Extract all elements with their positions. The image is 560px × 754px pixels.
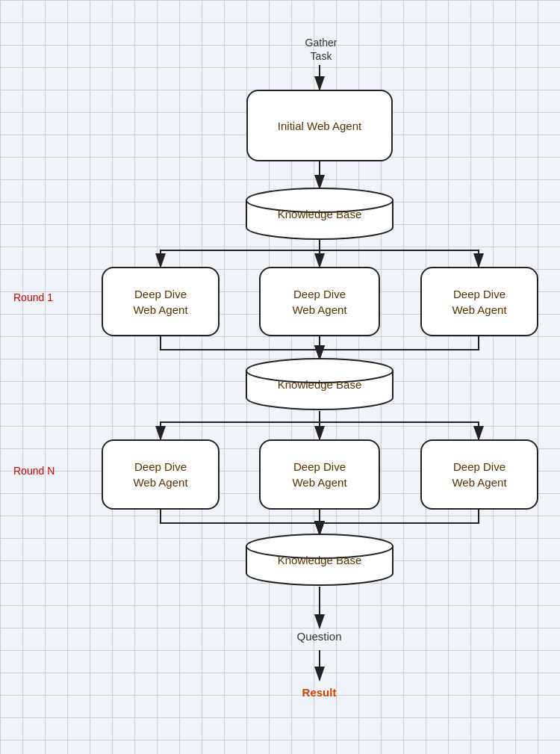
knowledge-base-3-node: Knowledge Base [245, 533, 394, 587]
deep-dive-nc-node: Deep Dive Web Agent [420, 439, 538, 510]
round-1-label: Round 1 [13, 291, 53, 303]
diagram: Gather Task Initial Web Agent Knowledge … [0, 0, 560, 754]
deep-dive-1c-node: Deep Dive Web Agent [420, 267, 538, 336]
knowledge-base-2-node: Knowledge Base [245, 357, 394, 411]
deep-dive-nb-node: Deep Dive Web Agent [259, 439, 380, 510]
deep-dive-1b-node: Deep Dive Web Agent [259, 267, 380, 336]
initial-web-agent-node: Initial Web Agent [246, 90, 393, 161]
result-label: Result [287, 686, 351, 699]
question-label: Question [276, 630, 362, 643]
round-n-label: Round N [13, 465, 55, 477]
gather-task-label: Gather Task [291, 36, 351, 63]
deep-dive-1a-node: Deep Dive Web Agent [102, 267, 220, 336]
knowledge-base-1-node: Knowledge Base [245, 187, 394, 241]
deep-dive-na-node: Deep Dive Web Agent [102, 439, 220, 510]
